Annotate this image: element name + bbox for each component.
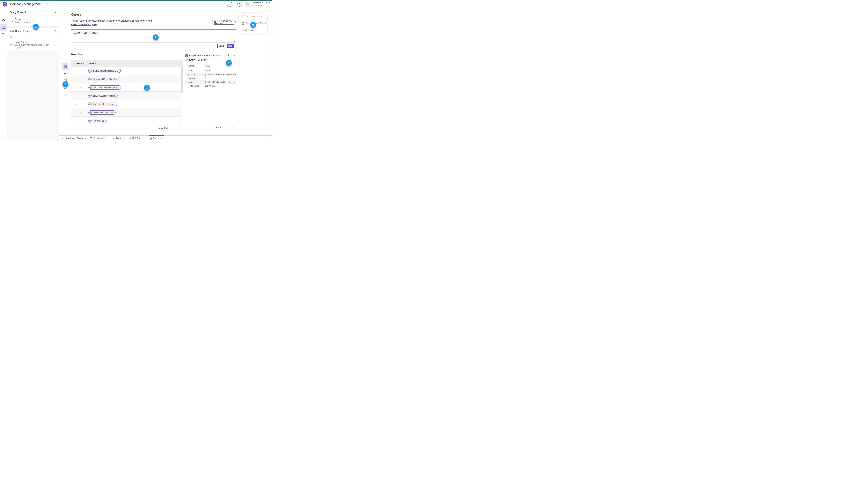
select-remove-button[interactable]: −: [80, 69, 81, 72]
add-selection-icon[interactable]: [228, 54, 231, 57]
tab-map[interactable]: Map ✕: [113, 136, 125, 141]
expand-rail-icon: »: [3, 135, 4, 138]
sidebar-item-query[interactable]: { } Query Create new queries: [7, 16, 59, 26]
app-header: Company Management ? KS Knowledge Studio…: [0, 0, 272, 8]
clear-button[interactable]: Clear: [217, 44, 225, 48]
entity-pill[interactable]: New Metal Office Suppliers: [88, 77, 120, 81]
window-edge-right: [272, 0, 272, 141]
property-row: shapePoint: [185, 69, 236, 72]
tab-knowledge-graph[interactable]: Knowledge Graph ✕: [61, 136, 87, 141]
table-view-button[interactable]: [62, 64, 68, 70]
callout-badge-4: 4: [226, 60, 232, 66]
entity-dot-icon: [89, 86, 92, 89]
app-logo-icon[interactable]: [3, 2, 7, 7]
search-button[interactable]: [227, 2, 232, 7]
prev-page-icon[interactable]: [226, 127, 228, 129]
rail-save-button[interactable]: [0, 31, 7, 38]
resize-handle-icon[interactable]: [234, 40, 236, 42]
table-row: +− New Metal Office Suppliers: [71, 75, 183, 83]
map-icon: [113, 137, 115, 139]
item-options-icon[interactable]: ⋯: [54, 44, 56, 47]
user-menu[interactable]: Knowledge Studio publisher2: [252, 1, 270, 7]
callout-badge-1: 1: [33, 24, 39, 30]
avatar[interactable]: KS: [244, 2, 250, 7]
window-edge-top: [0, 0, 272, 1]
callout-badge-5: 5: [62, 81, 68, 87]
view-tab-bar: Knowledge Graph ✕ Dashboard ✕ Map ✕: [59, 135, 272, 141]
help-button[interactable]: ?: [237, 2, 242, 7]
select-add-button[interactable]: +: [76, 69, 78, 72]
properties-close-icon[interactable]: ✕: [233, 54, 235, 57]
collapse-section-icon[interactable]: [55, 30, 56, 32]
entity-label: Entity:: [189, 58, 196, 61]
entity-pill[interactable]: Managment Techniques: [88, 102, 117, 106]
pagination-range: 1-5 of 5: [214, 127, 221, 129]
select-add-button[interactable]: +: [76, 86, 78, 89]
stored-query-search[interactable]: [9, 35, 57, 39]
scrollbar-thumb[interactable]: [181, 67, 183, 93]
braces-icon: { }: [10, 19, 12, 23]
next-page-icon[interactable]: [179, 127, 180, 129]
tab-query[interactable]: { } Query ✕: [150, 136, 163, 141]
panel-close-icon[interactable]: ✕: [54, 11, 56, 13]
column-name: Name: [189, 65, 194, 67]
entity-pill[interactable]: Firebird Title: [88, 119, 106, 123]
entity-pill[interactable]: Attendance Certificate: [88, 111, 116, 115]
query-contents-panel: Query Contents ✕ { } Query Create new qu…: [7, 8, 59, 141]
entity-type-value: Company: [197, 58, 207, 61]
select-remove-button[interactable]: −: [80, 94, 81, 97]
callout-badge-2: 2: [153, 34, 159, 40]
edit-title-icon[interactable]: [46, 3, 48, 5]
select-add-button[interactable]: +: [76, 111, 78, 114]
close-tab-icon[interactable]: ✕: [107, 137, 108, 139]
app-title: Company Management: [10, 2, 42, 6]
rail-expand-button[interactable]: »: [0, 133, 7, 139]
tab-dashboard[interactable]: Dashboard ✕: [90, 136, 108, 141]
link-chart-view-button[interactable]: [62, 70, 68, 77]
select-remove-button[interactable]: −: [80, 111, 81, 114]
query-box-footer: Clear Run: [71, 43, 236, 49]
table-row: +− Innovations in Mechanical...: [71, 83, 183, 92]
close-tab-icon[interactable]: ✕: [85, 137, 87, 139]
stored-queries-label: Stored Queries: [15, 30, 31, 32]
close-tab-icon[interactable]: ✕: [161, 137, 163, 139]
close-tab-icon[interactable]: ✕: [123, 137, 125, 139]
entity-dot-icon: [89, 78, 92, 80]
rail-contents-button[interactable]: [0, 24, 7, 31]
page-description: You can query a knowledge graph to ident…: [71, 20, 152, 22]
stored-query-title: Basic Query: [15, 41, 27, 43]
learn-more-link[interactable]: Learn more about Query: [71, 23, 98, 26]
entity-row: Entity: Company: [185, 58, 207, 61]
select-add-button[interactable]: +: [76, 94, 78, 97]
run-button[interactable]: Run: [227, 44, 234, 48]
stored-queries-folder-icon: [10, 29, 14, 33]
select-remove-button[interactable]: −: [80, 103, 81, 105]
braces-icon: { }: [150, 137, 151, 139]
rail-data-model-button[interactable]: [0, 17, 7, 24]
stored-query-item[interactable]: Basic Query Basic query that returns all…: [7, 41, 59, 51]
next-page-icon[interactable]: [232, 127, 234, 129]
stored-query-file-icon: [10, 43, 13, 46]
pagination-range: 1-23 of 23: [159, 127, 168, 129]
close-tab-icon[interactable]: ✕: [145, 137, 146, 139]
search-input[interactable]: [13, 35, 57, 39]
stored-queries-header[interactable]: Stored Queries: [7, 28, 59, 34]
entity-pill[interactable]: Staplers Mechanical Engi...: [88, 69, 121, 73]
entity-pill[interactable]: Innovations in Mechanical...: [88, 86, 121, 90]
show-query-box-toggle[interactable]: Show Query Box: [212, 20, 236, 25]
select-remove-button[interactable]: −: [80, 119, 81, 122]
entity-pill[interactable]: Sales Associate Summit: [88, 94, 117, 98]
prev-page-icon[interactable]: [173, 127, 174, 129]
select-remove-button[interactable]: −: [80, 86, 81, 89]
select-add-button[interactable]: +: [76, 103, 78, 105]
query-item-title: Query: [15, 18, 21, 21]
properties-doc-icon: [185, 54, 188, 57]
select-add-button[interactable]: +: [76, 78, 78, 81]
select-add-button[interactable]: +: [76, 119, 78, 122]
select-remove-button[interactable]: −: [80, 78, 81, 81]
collapse-icon: »: [242, 29, 243, 32]
table-scrollbar[interactable]: [181, 67, 183, 125]
search-icon: [10, 36, 12, 38]
properties-entity-link[interactable]: Staplers Mechanic...: [201, 54, 222, 57]
tab-link-chart[interactable]: Link Chart ✕: [128, 136, 146, 141]
